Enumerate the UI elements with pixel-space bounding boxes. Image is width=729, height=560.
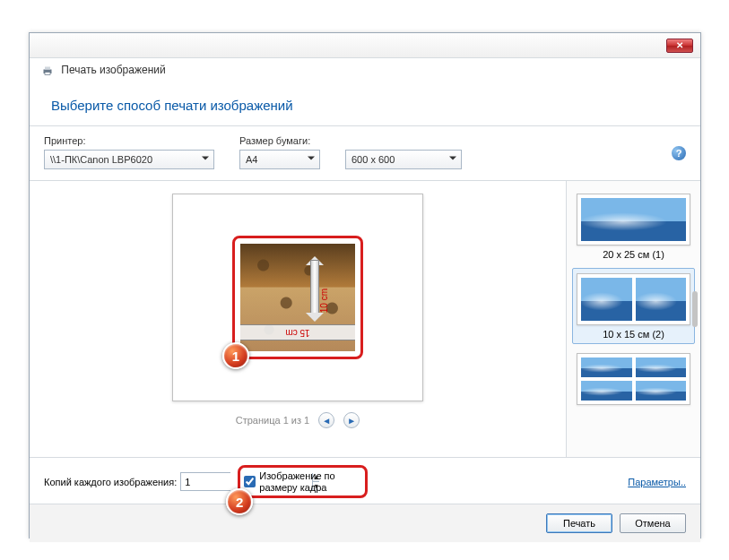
copies-label: Копий каждого изображения: (44, 477, 177, 487)
print-options-toolbar: Принтер: \\1-ПК\Canon LBP6020 Размер бум… (30, 126, 700, 180)
copies-spinner: ▲ ▼ (180, 472, 230, 491)
page-info-label: Страница 1 из 1 (236, 415, 309, 426)
fit-to-frame-checkbox[interactable] (244, 476, 256, 487)
help-icon[interactable]: ? (672, 146, 686, 160)
cancel-button[interactable]: Отмена (620, 513, 686, 533)
resolution-select[interactable]: 600 x 600 (345, 150, 462, 169)
layout-option-10x15[interactable]: 10 x 15 см (2) (572, 268, 695, 344)
paper-preview: 15 cm 10 cm 1 (172, 194, 423, 401)
paper-label: Размер бумаги: (239, 135, 320, 146)
parameters-link[interactable]: Параметры.. (628, 477, 686, 487)
fit-to-frame-label: Изображение по размеру кадра (259, 470, 358, 493)
preview-area: 15 cm 10 cm 1 Страница 1 из 1 ◄ ► (30, 181, 566, 457)
layout-option-grid4[interactable] (572, 348, 695, 413)
dialog-subtitle: Выберите способ печати изображений (30, 82, 700, 125)
horizontal-ruler: 15 cm (240, 324, 355, 340)
printer-icon (42, 65, 53, 76)
vertical-arrow: 10 cm (307, 253, 323, 326)
svg-rect-2 (45, 72, 50, 74)
printer-select[interactable]: \\1-ПК\Canon LBP6020 (44, 150, 214, 169)
highlight-1: 15 cm 10 cm 1 (232, 236, 363, 359)
paper-size-select[interactable]: A4 (239, 150, 320, 169)
dialog-title: Печать изображений (61, 64, 165, 76)
page-navigation: Страница 1 из 1 ◄ ► (236, 412, 360, 428)
titlebar (30, 33, 700, 58)
layout-thumb (577, 194, 690, 246)
layout-thumb (577, 273, 690, 325)
dialog-body: 15 cm 10 cm 1 Страница 1 из 1 ◄ ► 2 (30, 180, 700, 458)
next-page-button[interactable]: ► (343, 412, 360, 428)
prev-page-button[interactable]: ◄ (318, 412, 334, 428)
layout-label: 20 x 25 см (1) (577, 249, 690, 260)
highlight-2: Изображение по размеру кадра 2 (238, 465, 368, 498)
print-dialog: Печать изображений Выберите способ печат… (29, 32, 701, 538)
bottom-bar: Копий каждого изображения: ▲ ▼ Изображен… (30, 458, 700, 504)
layout-sidebar[interactable]: 20 x 25 см (1) 10 x 15 см (2) (566, 181, 700, 457)
svg-rect-1 (45, 66, 50, 69)
preview-thumbnail: 15 cm 10 cm (240, 244, 355, 351)
dialog-header: Печать изображений (30, 58, 700, 82)
layout-option-20x25[interactable]: 20 x 25 см (1) (572, 188, 695, 264)
close-button[interactable] (666, 39, 693, 53)
printer-label: Принтер: (44, 135, 214, 146)
print-button[interactable]: Печать (546, 513, 612, 533)
layout-label: 10 x 15 см (2) (577, 329, 690, 340)
callout-badge-1: 1 (222, 342, 249, 369)
dialog-footer: Печать Отмена (30, 504, 700, 542)
layout-thumb (577, 353, 690, 405)
